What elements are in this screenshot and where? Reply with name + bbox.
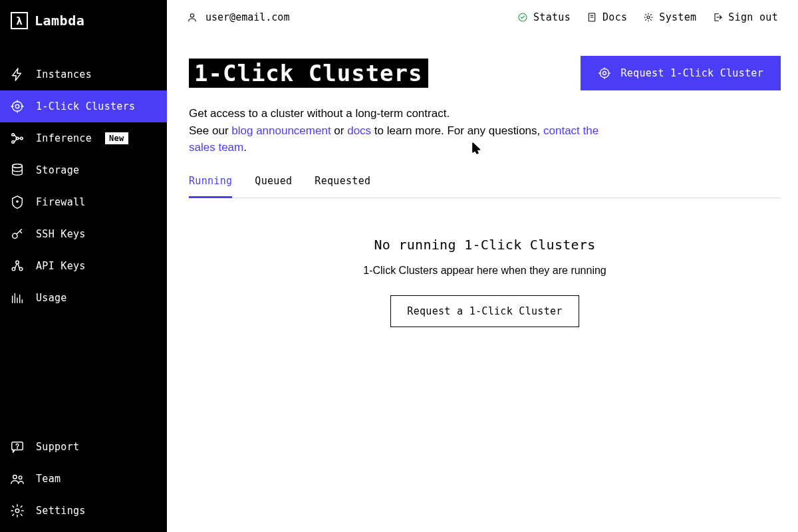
sidebar-item-api-keys[interactable]: API Keys <box>0 250 167 282</box>
docs-link[interactable]: docs <box>347 124 371 137</box>
key-icon <box>9 226 25 242</box>
topbar-link-label: Status <box>533 11 571 23</box>
sidebar-item-label: Storage <box>36 164 79 176</box>
user-chip[interactable]: user@email.com <box>187 11 289 23</box>
svg-point-15 <box>19 476 22 479</box>
empty-state-subtitle: 1-Click Clusters appear here when they a… <box>189 265 781 277</box>
svg-point-20 <box>647 16 650 19</box>
cluster-tabs: Running Queued Requested <box>189 175 781 198</box>
blog-link[interactable]: blog announcement <box>231 124 331 137</box>
topbar-link-label: Sign out <box>728 11 778 23</box>
team-icon <box>9 471 25 487</box>
sidebar-item-storage[interactable]: Storage <box>0 154 167 186</box>
sidebar-item-label: Usage <box>36 292 67 304</box>
sidebar-item-support[interactable]: Support <box>0 431 167 463</box>
signout-icon <box>712 12 723 23</box>
request-cluster-outline-button[interactable]: Request a 1-Click Cluster <box>390 295 579 327</box>
page-title: 1-Click Clusters <box>189 59 428 88</box>
tab-running[interactable]: Running <box>189 175 232 198</box>
sidebar-item-settings[interactable]: Settings <box>0 495 167 527</box>
svg-point-22 <box>603 72 606 75</box>
api-icon <box>9 258 25 274</box>
main-content: 1-Click Clusters Request 1-Click Cluster… <box>167 35 798 532</box>
topbar-link-label: Docs <box>602 11 627 23</box>
status-ok-icon <box>517 12 528 23</box>
user-email: user@email.com <box>205 11 289 23</box>
topbar-docs[interactable]: Docs <box>587 11 627 23</box>
svg-point-11 <box>16 261 19 264</box>
help-chat-icon <box>9 439 25 455</box>
topbar-system[interactable]: System <box>643 11 696 23</box>
sidebar-item-label: Inference <box>36 132 92 144</box>
lambda-icon: λ <box>11 12 28 29</box>
sidebar-item-label: Team <box>36 473 61 485</box>
svg-point-1 <box>15 104 19 108</box>
page-description: Get access to a cluster without a long-t… <box>189 105 601 156</box>
topbar-signout[interactable]: Sign out <box>712 11 778 23</box>
sidebar-nav-bottom: Support Team Settings <box>0 431 167 527</box>
sidebar-item-label: API Keys <box>36 260 86 272</box>
network-icon <box>9 130 25 146</box>
sidebar-item-inference[interactable]: Inference New <box>0 122 167 154</box>
svg-point-16 <box>15 509 19 513</box>
topbar-link-label: System <box>659 11 696 23</box>
sidebar-item-ssh-keys[interactable]: SSH Keys <box>0 218 167 250</box>
bolt-icon <box>9 66 25 82</box>
sidebar-item-team[interactable]: Team <box>0 463 167 495</box>
shield-icon <box>9 194 25 210</box>
brand-name: Lambda <box>35 13 84 29</box>
sidebar-nav-top: Instances 1-Click Clusters Inference New… <box>0 59 167 431</box>
request-cluster-button[interactable]: Request 1-Click Cluster <box>581 56 781 90</box>
sidebar-item-usage[interactable]: Usage <box>0 282 167 314</box>
sidebar-item-label: Instances <box>36 68 92 80</box>
cursor-icon <box>472 142 481 157</box>
system-gear-icon <box>643 12 654 23</box>
gear-icon <box>9 503 25 519</box>
sidebar-item-firewall[interactable]: Firewall <box>0 186 167 218</box>
svg-point-7 <box>17 201 18 202</box>
sidebar-item-label: Support <box>36 441 79 453</box>
svg-point-6 <box>13 164 23 168</box>
tab-queued[interactable]: Queued <box>255 175 292 198</box>
database-icon <box>9 162 25 178</box>
button-label: Request 1-Click Cluster <box>620 67 763 79</box>
sidebar-item-label: Settings <box>36 505 86 517</box>
sidebar-item-label: Firewall <box>36 196 86 208</box>
brand-logo[interactable]: λ Lambda <box>0 0 167 41</box>
empty-state: No running 1-Click Clusters 1-Click Clus… <box>189 237 781 327</box>
docs-icon <box>587 12 597 23</box>
sidebar: λ Lambda Instances 1-Click Clusters Infe… <box>0 0 167 532</box>
sidebar-item-label: 1-Click Clusters <box>36 100 135 112</box>
sidebar-item-label: SSH Keys <box>36 228 86 240</box>
bars-icon <box>9 290 25 306</box>
tab-requested[interactable]: Requested <box>315 175 370 198</box>
topbar: user@email.com Status Docs System Sign o… <box>167 0 798 35</box>
empty-state-title: No running 1-Click Clusters <box>189 237 781 253</box>
sidebar-item-1-click-clusters[interactable]: 1-Click Clusters <box>0 90 167 122</box>
target-icon <box>598 66 611 80</box>
svg-point-0 <box>13 102 23 112</box>
topbar-status[interactable]: Status <box>517 11 571 23</box>
sidebar-item-instances[interactable]: Instances <box>0 59 167 90</box>
new-badge: New <box>105 132 128 144</box>
svg-point-14 <box>13 475 17 479</box>
svg-point-13 <box>17 448 18 449</box>
svg-point-21 <box>600 68 609 77</box>
user-icon <box>187 12 198 23</box>
svg-point-17 <box>190 13 194 17</box>
target-icon <box>9 98 25 114</box>
